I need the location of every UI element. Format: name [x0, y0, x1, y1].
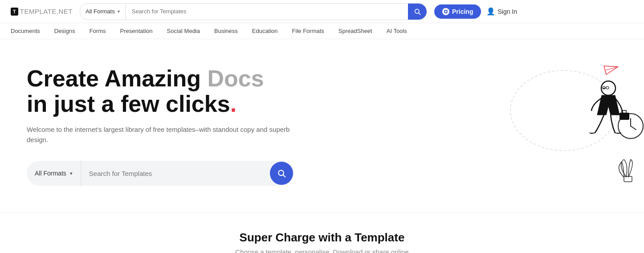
- logo-brand: TEMPLATE: [20, 8, 57, 15]
- hero-section: Create Amazing Docs in just a few clicks…: [0, 39, 644, 212]
- bottom-section: Super Charge with a Template Choose a te…: [0, 212, 644, 253]
- hero-title-part1: Create Amazing: [27, 65, 208, 91]
- search-icon: [414, 8, 421, 15]
- header-search-button[interactable]: [408, 4, 427, 20]
- svg-line-1: [419, 13, 420, 15]
- sign-in-button[interactable]: 👤 Sign In: [486, 7, 517, 16]
- hero-search-input[interactable]: [81, 170, 269, 177]
- hero-title: Create Amazing Docs in just a few clicks…: [27, 66, 294, 117]
- hero-title-dot: .: [230, 91, 236, 117]
- pricing-icon: [442, 8, 449, 15]
- chevron-down-icon: ▾: [118, 9, 120, 14]
- svg-line-9: [631, 126, 636, 130]
- header: T TEMPLATE.NET All Formats ▾ Pricing 👤 S…: [0, 0, 644, 23]
- logo[interactable]: T TEMPLATE.NET: [11, 8, 73, 16]
- nav-item-designs[interactable]: Designs: [54, 23, 75, 39]
- person-icon: 👤: [486, 7, 495, 16]
- header-format-label: All Formats: [86, 8, 115, 15]
- hero-format-label: All Formats: [35, 170, 66, 177]
- logo-icon: T: [11, 8, 18, 16]
- nav-item-social-media[interactable]: Social Media: [167, 23, 200, 39]
- illustration-svg: [475, 39, 644, 191]
- hero-format-dropdown[interactable]: All Formats ▾: [27, 161, 81, 186]
- nav-item-documents[interactable]: Documents: [11, 23, 40, 39]
- chevron-down-icon: ▾: [70, 171, 73, 176]
- main-nav: DocumentsDesignsFormsPresentationSocial …: [0, 23, 644, 39]
- logo-text: TEMPLATE.NET: [20, 8, 73, 15]
- header-format-dropdown[interactable]: All Formats ▾: [80, 4, 126, 20]
- search-icon: [277, 169, 286, 178]
- svg-line-6: [605, 67, 618, 70]
- logo-suffix: .NET: [57, 8, 73, 15]
- header-search-input[interactable]: [126, 8, 408, 15]
- hero-content: Create Amazing Docs in just a few clicks…: [27, 66, 294, 186]
- pricing-button[interactable]: Pricing: [434, 4, 481, 19]
- pricing-label: Pricing: [452, 8, 473, 15]
- svg-rect-14: [620, 113, 629, 120]
- svg-point-12: [603, 86, 605, 89]
- nav-item-business[interactable]: Business: [214, 23, 238, 39]
- nav-item-presentation[interactable]: Presentation: [120, 23, 153, 39]
- bottom-title: Super Charge with a Template: [9, 231, 635, 245]
- hero-subtitle: Welcome to the internet's largest librar…: [27, 125, 294, 145]
- sign-in-label: Sign In: [497, 8, 517, 15]
- hero-search-bar: All Formats ▾: [27, 161, 294, 186]
- header-right: Pricing 👤 Sign In: [434, 4, 517, 19]
- bottom-subtitle: Choose a template, personalise. Download…: [9, 248, 635, 253]
- header-search-bar: All Formats ▾: [80, 3, 427, 20]
- hero-title-part2: in just a few clicks: [27, 91, 230, 117]
- nav-item-forms[interactable]: Forms: [90, 23, 106, 39]
- nav-item-file-formats[interactable]: File Formats: [292, 23, 324, 39]
- pricing-icon-inner: [444, 10, 448, 13]
- hero-search-button[interactable]: [270, 162, 293, 185]
- svg-rect-15: [624, 176, 632, 182]
- nav-item-education[interactable]: Education: [252, 23, 278, 39]
- hero-illustration: [475, 39, 644, 212]
- nav-item-ai-tools[interactable]: AI Tools: [387, 23, 407, 39]
- hero-title-docs: Docs: [208, 65, 264, 91]
- svg-line-3: [283, 175, 285, 177]
- nav-item-spreadsheet[interactable]: SpreadSheet: [338, 23, 372, 39]
